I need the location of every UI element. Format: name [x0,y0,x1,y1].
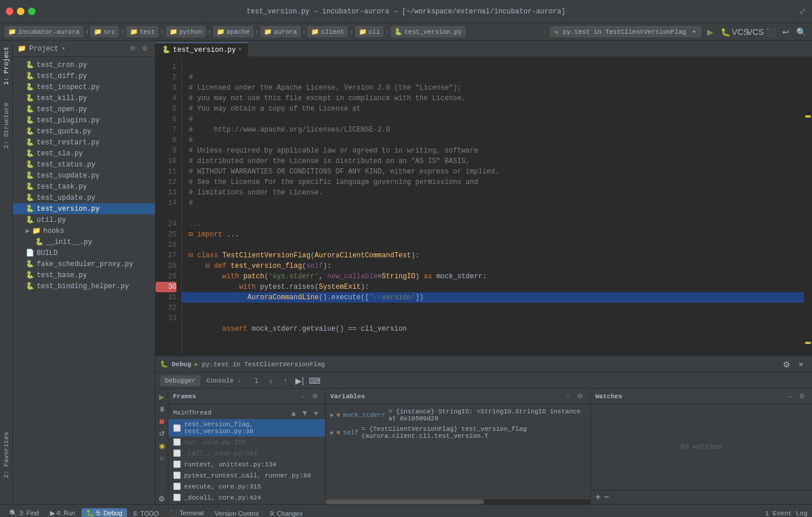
frame-item-5[interactable]: ⬜ execute, core.py:315 [168,481,325,492]
debug-close-btn[interactable]: × [795,358,807,371]
tree-item-test-sla[interactable]: 🐍 test_sla.py [13,148,155,159]
frame-item-2[interactable]: ⬜ _call_, case.py:393 [168,448,325,459]
tree-item-test-diff[interactable]: 🐍 test_diff.py [13,70,155,82]
tree-item-test-update[interactable]: 🐍 test_update.py [13,192,155,203]
tree-item-test-binding[interactable]: 🐍 test_binding_helper.py [13,281,155,292]
tree-item-test-plugins[interactable]: 🐍 test_plugins.py [13,115,155,126]
breadcrumb-test[interactable]: 📁 test [126,26,158,37]
search-button[interactable]: 🔍 [795,26,807,38]
frame-icon: ⬜ [173,424,181,432]
frame-item-4[interactable]: ⬜ pytest_runtest_call, runner.py:89 [168,470,325,481]
status-debug-btn[interactable]: 🐛 5: Debug [82,508,127,517]
maximize-button[interactable] [28,8,36,15]
step-over-btn[interactable]: ⤵ [250,374,263,387]
py-icon: 🐍 [26,83,34,91]
breadcrumb-python[interactable]: 📁 python [166,26,206,37]
debug-button[interactable]: 🐛 [719,26,732,38]
tree-item-test-open[interactable]: 🐍 test_open.py [13,104,155,115]
thread-up-btn[interactable]: ▲ [289,408,298,417]
event-log[interactable]: 1 Event Log [765,510,807,517]
breadcrumb-src[interactable]: 📁 src [90,26,119,37]
debug-tab-debugger[interactable]: Debugger [160,376,200,386]
pause-btn[interactable]: ⏸ [157,404,167,415]
project-dropdown-icon[interactable]: ▾ [61,44,65,53]
tree-item-test-version[interactable]: 🐍 test_version.py [13,203,155,214]
tree-item-test-inspect[interactable]: 🐍 test_inspect.py [13,82,155,93]
editor-scrollbar[interactable] [804,57,812,356]
thread-down-btn[interactable]: ▼ [300,408,309,417]
tree-item-fake-scheduler[interactable]: 🐍 fake_scheduler_proxy.py [13,258,155,270]
tree-item-init[interactable]: 🐍 __init__.py [13,236,155,247]
settings-btn[interactable]: ⚙ [157,494,167,504]
thread-dropdown-btn[interactable]: ▾ [311,408,320,417]
sidebar-tab-structure[interactable]: 2: Structure [2,100,11,151]
tree-item-test-kill[interactable]: 🐍 test_kill.py [13,93,155,104]
variables-scrollbar[interactable] [326,500,590,504]
evaluate-btn[interactable]: ⌨ [308,374,321,387]
status-find-btn[interactable]: 🔍 3: Find [5,508,44,517]
project-tool-gear[interactable]: ⚙ [128,44,138,54]
run-to-cursor-btn[interactable]: ▶| [294,374,306,387]
tree-item-test-status[interactable]: 🐍 test_status.py [13,159,155,170]
breadcrumb-aurora[interactable]: 📁 aurora [260,26,301,37]
tab-close-button[interactable]: × [238,47,242,53]
tree-item-test-quota[interactable]: 🐍 test_quota.py [13,126,155,137]
remove-watch-btn[interactable]: − [603,493,609,502]
breadcrumb-apache[interactable]: 📁 apache [213,26,253,37]
watches-minimize-btn[interactable]: − [785,391,795,402]
sidebar-tab-project[interactable]: 1: Project [2,44,11,88]
watches-settings-btn[interactable]: ⚙ [797,391,807,402]
variables-minimize-btn[interactable]: − [563,391,573,402]
run-config-label[interactable]: ▶ py.test in TestClientVersionFlag ▾ [550,26,701,37]
add-watch-btn[interactable]: + [595,493,601,502]
minimize-button[interactable] [17,8,24,15]
rerun-btn[interactable]: ↺ [157,429,167,439]
stop-btn[interactable]: ⏹ [157,416,167,427]
frame-item-3[interactable]: ⬜ runtest, unittest.py:134 [168,459,325,470]
frames-minimize-btn[interactable]: − [298,391,308,402]
close-button[interactable] [6,8,13,15]
run-button[interactable]: ▶ [704,26,716,38]
var-item-self[interactable]: ▶ ≡ self = {TestClientVersionFlag} test_… [326,424,590,441]
sidebar-tab-favorites[interactable]: 2: Favorites [2,429,11,481]
status-changes-btn[interactable]: 9: Changes [265,509,307,518]
terminal-button[interactable]: ⬛ [764,26,777,38]
tree-item-build[interactable]: 📄 BUILD [13,247,155,258]
debug-tab-console[interactable]: Console ↗ [202,376,246,386]
breadcrumb-cli[interactable]: 📁 cli [355,26,384,37]
tree-item-util[interactable]: 🐍 util.py [13,214,155,225]
status-run-btn[interactable]: ▶ 4: Run [45,508,80,517]
frame-item-1[interactable]: ⬜ run, case.py:329 [168,437,325,448]
vcs-commit-button[interactable]: VCS [749,26,762,38]
tree-item-test-task[interactable]: 🐍 test_task.py [13,181,155,192]
vcs-update-button[interactable]: VCS [734,26,747,38]
undo-button[interactable]: ↩ [779,26,792,38]
project-tool-settings[interactable]: ⚙ [140,44,150,54]
tree-item-test-cron[interactable]: 🐍 test_cron.py [13,59,155,70]
frame-item-6[interactable]: ⬜ _docall, core.py:424 [168,492,325,503]
status-vcs-btn[interactable]: Version Control [210,509,263,518]
resume-btn[interactable]: ▶ [157,392,167,402]
status-terminal-btn[interactable]: ⬛ Terminal [165,508,208,517]
breakpoints-btn[interactable]: ◉ [157,441,167,451]
status-todo-btn[interactable]: 6: TODO [129,509,164,518]
debug-settings-btn[interactable]: ⚙ [780,358,793,371]
frames-settings-btn[interactable]: ⚙ [310,391,320,402]
step-into-btn[interactable]: ↓ [264,374,277,387]
step-out-btn[interactable]: ↑ [279,374,292,387]
resize-icon[interactable]: ⤢ [799,6,806,16]
tree-item-test-restart[interactable]: 🐍 test_restart.py [13,137,155,148]
tree-item-test-supdate[interactable]: 🐍 test_supdate.py [13,170,155,181]
var-item-mock-stderr[interactable]: ▶ ≡ mock_stderr = {instance} StringIO: <… [326,406,590,424]
variables-settings-btn[interactable]: ⚙ [575,391,585,402]
frame-item-0[interactable]: ⬜ test_version_flag, test_version.py:30 [168,419,325,437]
editor-tab-test-version[interactable]: 🐍 test_version.py × [156,43,248,56]
code-content[interactable]: # # Licensed under the Apache License, V… [182,57,804,356]
tree-item-test-base[interactable]: 🐍 test_base.py [13,270,155,281]
window-controls [6,8,36,15]
mute-breakpoints-btn[interactable]: ○ [157,453,167,463]
breadcrumb-incubator-aurora[interactable]: 📁 incubator-aurora [5,26,83,37]
tree-item-hooks[interactable]: ▶ 📁 hooks [13,225,155,236]
breadcrumb-file[interactable]: 🐍 test_version.py [391,26,465,37]
breadcrumb-client[interactable]: 📁 client [308,26,348,37]
